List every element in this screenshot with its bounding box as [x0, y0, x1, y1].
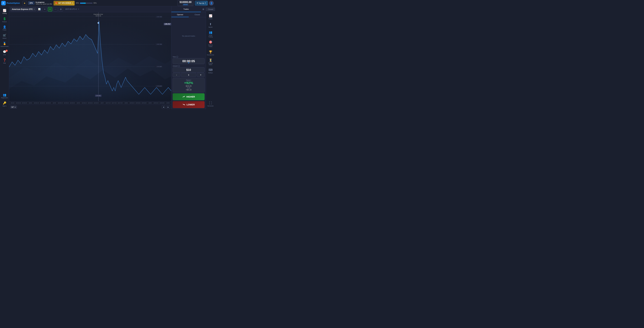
left-sidebar: 📈 Trading 💲 Finance 👤 Profile 🛒 Market 🏅…: [0, 6, 9, 109]
sidebar-item-market[interactable]: 🛒 Market: [0, 32, 9, 40]
settings-icon: [202, 8, 204, 10]
sidebar-item-label-finance: Finance: [2, 21, 6, 23]
logo-icon: P: [1, 1, 6, 5]
time-tick: 18:54: [28, 102, 33, 104]
chart-canvas[interactable]: 170.720 170.700 170.680 170.660 170.717: [9, 12, 171, 101]
grid-button[interactable]: ⊞: [58, 7, 63, 11]
time-tick: 18:56: [75, 102, 81, 104]
amount-info-icon[interactable]: i: [178, 65, 180, 67]
time-tick: 18:58: [123, 102, 129, 104]
right-sidebar-item-signals[interactable]: ⬆ Signals: [206, 21, 215, 29]
progress-right-label: 55%: [94, 2, 97, 4]
payout-amount: $19.20: [174, 85, 203, 87]
svg-text:P: P: [3, 2, 4, 4]
demo-label: DEMO: [183, 3, 188, 5]
top-up-button[interactable]: ⬆ Top-Up ▼: [195, 1, 208, 5]
sidebar-item-label-trading: Trading: [2, 13, 6, 14]
time-tick: 18:55: [51, 102, 57, 104]
progress-fill: [80, 3, 86, 3]
asset-name: American Express OTC: [12, 8, 33, 10]
sidebar-item-label-market: Market: [2, 37, 6, 39]
lower-button[interactable]: LOWER: [173, 101, 204, 108]
sidebar-item-chat[interactable]: 2 💬 Chat: [0, 49, 9, 57]
trading-controls: Time i 00:00:05 Amount i $10: [172, 55, 206, 109]
sidebar-item-label-registration: Registration: [1, 97, 8, 99]
sidebar-item-trading[interactable]: 📈 Trading: [0, 7, 9, 15]
closed-label: Closed: [208, 8, 213, 10]
subtab-opened[interactable]: Opened: [172, 12, 189, 17]
sidebar-item-help[interactable]: ❓ Help: [0, 57, 9, 65]
right-sidebar-item-tournaments[interactable]: 🏆 Tournaments: [206, 49, 215, 57]
time-info-icon[interactable]: i: [176, 56, 178, 58]
higher-button[interactable]: HIGHER: [173, 93, 204, 100]
time-tick: 18:53:45: [22, 102, 28, 104]
right-sidebar-label-hotkeys: Hotkeys: [208, 72, 213, 74]
nav-left-button[interactable]: ◀: [162, 105, 165, 109]
time-tick: 18:55:45: [69, 102, 75, 104]
logo-text: PocketOption: [6, 2, 20, 4]
sidebar-item-label-achievements: Achievements: [0, 46, 8, 47]
bonus-cta-label: GET 50% BONUS: [58, 2, 71, 4]
tab-trades[interactable]: Trades: [172, 6, 201, 12]
payout-label: Payout i: [174, 79, 203, 81]
payout-section: Payout i +92% $19.20 Profit +$9.20: [173, 78, 204, 92]
right-sidebar-item-pending-trades[interactable]: ⏳ Pending trades: [206, 57, 215, 67]
payout-info-icon[interactable]: i: [191, 79, 191, 81]
top-up-label: Top-Up: [198, 2, 204, 4]
avatar[interactable]: 👤: [209, 1, 214, 5]
right-sidebar-item-express-trades[interactable]: 🎯 Express Trades: [206, 39, 215, 48]
sidebar-item-finance[interactable]: 💲 Finance: [0, 16, 9, 24]
right-sidebar-item-hotkeys[interactable]: ⌨ Hotkeys: [206, 67, 215, 75]
amount-minus-button[interactable]: -: [173, 73, 180, 77]
sidebar-item-registration[interactable]: 👥 Registration: [0, 92, 9, 100]
timeframe-selector[interactable]: M7 ▲: [10, 106, 17, 109]
sidebar-item-signin[interactable]: 🔑 Sign In: [0, 100, 9, 108]
timer-display: 00:00:05: [173, 58, 204, 64]
sidebar-item-achievements[interactable]: 🏅 Achievements: [0, 40, 9, 48]
higher-label: HIGHER: [186, 96, 195, 98]
time-axis: -53:15 18:53:30 18:53:45 18:54 18:54:15 …: [9, 101, 171, 105]
time-axis-labels: -53:15 18:53:30 18:53:45 18:54 18:54:15 …: [9, 102, 171, 104]
time-tick: 18:54:45: [45, 102, 51, 104]
time-tick: 18:59: [165, 102, 171, 104]
nav-right-button[interactable]: ▶: [166, 105, 170, 109]
time-tick: 18:54:15: [33, 102, 39, 104]
chart-type-bar-button[interactable]: ≡: [42, 7, 47, 11]
finance-icon: 💲: [3, 17, 6, 20]
asset-selector[interactable]: American Express OTC ▼: [10, 7, 36, 11]
sidebar-item-profile[interactable]: 👤 Profile: [0, 24, 9, 32]
time-tick: 18:57:45: [117, 102, 123, 104]
sidebar-item-label-chat: Chat: [3, 54, 6, 56]
settings-icon-button[interactable]: [201, 6, 206, 12]
time-control-group: Time i 00:00:05: [173, 56, 204, 64]
amount-dollar-button[interactable]: $: [181, 73, 196, 77]
sidebar-item-label-signin: Sign In: [2, 105, 6, 107]
chart-time: 18:57:28 UTC+2 ⟳: [65, 8, 79, 10]
amount-plus-button[interactable]: +: [197, 73, 204, 77]
balance-display: $10000.00 DEMO: [178, 0, 194, 6]
progress-container: 45% 55%: [76, 2, 97, 4]
bonus-cta-button[interactable]: 🎁 GET 50% BONUS ✕: [54, 1, 74, 5]
right-sidebar-label-social-trading: Social Trading: [207, 34, 214, 37]
subtab-closed-label: Closed: [194, 14, 200, 15]
right-panel: Trades Opened Closed No placed trades: [171, 6, 206, 109]
closed-badge[interactable]: Closed: [206, 7, 215, 11]
refresh-icon[interactable]: ⟳: [78, 8, 79, 10]
close-icon[interactable]: ✕: [72, 2, 73, 4]
time-tick: -53:15: [10, 102, 16, 104]
chart-type-candlestick-button[interactable]: 📊: [37, 7, 42, 11]
time-tick: 18:55:30: [63, 102, 69, 104]
right-sidebar-item-trades[interactable]: 📈 Trades: [206, 13, 215, 21]
gift-icon: 🎁: [55, 2, 58, 4]
subtab-closed[interactable]: Closed: [189, 12, 206, 17]
higher-icon: [182, 95, 186, 98]
right-sidebar-item-social-trading[interactable]: 👥 Social Trading: [206, 29, 215, 39]
favorite-button[interactable]: ★: [22, 1, 27, 5]
time-tick: 18:57: [99, 102, 105, 104]
chevron-down-icon: ▼: [33, 8, 35, 10]
more-tools-button[interactable]: ⋯: [53, 7, 58, 11]
payout-percentage: +92%: [174, 81, 203, 85]
right-sidebar-item-fullscreen[interactable]: ⛶ Full screen: [206, 100, 215, 108]
draw-tool-button[interactable]: ✏: [48, 7, 52, 11]
chevron-down-icon: ▼: [205, 2, 206, 4]
